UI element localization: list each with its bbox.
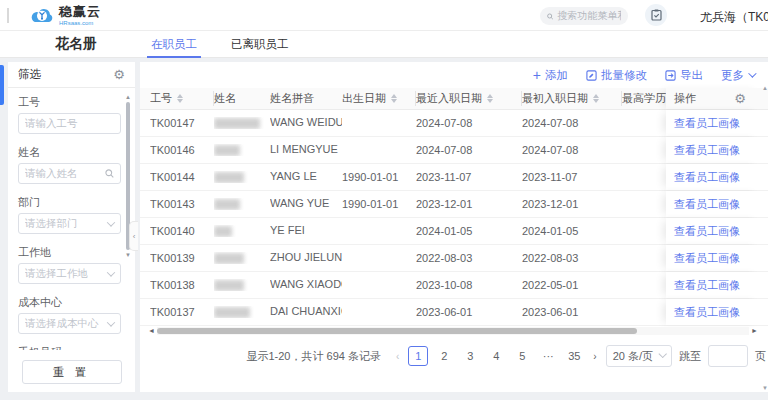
filter-field-placeholder: 请选择成本中心 xyxy=(25,317,108,331)
redacted-name xyxy=(214,226,232,237)
pagination-summary: 显示1-20，共计 694 条记录 xyxy=(246,349,380,364)
cell-actions: 查看员工画像 xyxy=(666,110,762,136)
filter-field-input[interactable]: 请选择部门 xyxy=(18,213,121,234)
view-employee-profile-link[interactable]: 查看员工画像 xyxy=(674,305,740,320)
cloud-logo-icon xyxy=(29,6,55,25)
view-employee-profile-link[interactable]: 查看员工画像 xyxy=(674,197,740,212)
global-search-input[interactable]: 搜索功能菜单和员工 xyxy=(540,7,628,25)
page-number[interactable]: 35 xyxy=(564,346,584,366)
cell-employee-id: TK00144 xyxy=(150,171,214,183)
cell-pinyin: YE FEI xyxy=(270,224,342,238)
scroll-up-arrow-icon[interactable]: ▲ xyxy=(125,94,130,100)
filter-field-placeholder: 请选择部门 xyxy=(25,217,108,231)
cell-recent-hire-date: 2024-01-05 xyxy=(416,225,522,237)
chevron-down-icon xyxy=(107,268,115,276)
cell-name xyxy=(214,252,270,265)
table-row: TK00144 YANG LE 1990-01-01 2023-11-07 20… xyxy=(140,164,768,191)
table-body: TK00147 WANG WEIDUO 2024-07-08 2024-07-0… xyxy=(140,110,768,326)
clipboard-icon xyxy=(651,9,662,21)
next-page-arrow[interactable]: › xyxy=(591,351,598,362)
redacted-name xyxy=(214,199,240,210)
edit-box-icon xyxy=(586,70,597,81)
more-button[interactable]: 更多 xyxy=(721,68,754,83)
sort-icon[interactable] xyxy=(391,94,397,103)
view-employee-profile-link[interactable]: 查看员工画像 xyxy=(674,251,740,266)
add-button[interactable]: + 添加 xyxy=(533,68,568,83)
cell-actions: 查看员工画像 xyxy=(666,272,762,298)
filter-field-input[interactable]: 请输入工号 xyxy=(18,113,121,134)
cell-first-hire-date: 2024-01-05 xyxy=(522,225,622,237)
filter-field-label: 成本中心 xyxy=(18,295,121,310)
filter-field-label: 手机号码 xyxy=(18,345,121,350)
brand-logo[interactable]: 稳赢云 HRsaas.com xyxy=(29,5,101,26)
cell-first-hire-date: 2022-05-01 xyxy=(522,279,622,291)
page-numbers: 12345···35 xyxy=(408,346,584,366)
cell-name xyxy=(214,198,270,211)
cell-employee-id: TK00137 xyxy=(150,306,214,318)
cell-pinyin: ZHOU JIELUN xyxy=(270,251,342,265)
redacted-name xyxy=(214,145,240,156)
page-number[interactable]: 3 xyxy=(460,346,480,366)
page-number[interactable]: ··· xyxy=(538,346,558,366)
column-settings-gear-icon[interactable]: ⚙ xyxy=(734,92,746,105)
scroll-down-arrow-icon[interactable]: ▼ xyxy=(762,385,768,391)
column-header-id: 工号 xyxy=(150,91,214,106)
filter-field-placeholder: 请选择工作地 xyxy=(25,267,108,281)
filter-sidebar: 筛选 ⚙ 工号 请输入工号 姓名 请输入姓名 部门 请选择部门 xyxy=(8,62,135,392)
scroll-down-arrow-icon[interactable]: ▼ xyxy=(125,252,130,258)
redacted-name xyxy=(214,118,260,129)
view-employee-profile-link[interactable]: 查看员工画像 xyxy=(674,224,740,239)
cell-pinyin: LI MENGYUE xyxy=(270,143,342,157)
tab-departed-employees[interactable]: 已离职员工 xyxy=(227,31,293,58)
page-title: 花名册 xyxy=(55,35,97,53)
view-employee-profile-link[interactable]: 查看员工画像 xyxy=(674,170,740,185)
page-number[interactable]: 5 xyxy=(512,346,532,366)
h-scroll-track[interactable] xyxy=(157,327,749,335)
table-horizontal-scrollbar[interactable]: ◄ ► xyxy=(148,327,758,335)
export-button[interactable]: 导出 xyxy=(665,68,703,83)
cell-name xyxy=(214,117,270,130)
sort-icon[interactable] xyxy=(593,94,599,103)
table-row: TK00137 DAI CHUANXIONG 2023-06-01 2023-0… xyxy=(140,299,768,326)
cell-pinyin: YANG LE xyxy=(270,170,342,184)
page-number[interactable]: 2 xyxy=(434,346,454,366)
cell-actions: 查看员工画像 xyxy=(666,191,762,217)
side-nav-indicator xyxy=(0,65,4,105)
filter-settings-gear-icon[interactable]: ⚙ xyxy=(113,68,125,81)
filter-field-input[interactable]: 请选择工作地 xyxy=(18,263,121,284)
filter-field-label: 姓名 xyxy=(18,145,121,160)
page-size-select[interactable]: 20 条/页 xyxy=(606,345,672,367)
cell-actions: 查看员工画像 xyxy=(666,299,762,325)
view-employee-profile-link[interactable]: 查看员工画像 xyxy=(674,116,740,131)
prev-page-arrow[interactable]: ‹ xyxy=(394,351,401,362)
reset-filters-button[interactable]: 重 置 xyxy=(22,360,122,384)
sidebar-collapse-handle[interactable]: ‹ xyxy=(129,221,138,251)
filter-field: 手机号码 请输入手机号码 xyxy=(18,345,121,350)
batch-edit-button[interactable]: 批量修改 xyxy=(586,68,647,83)
table-vertical-scrollbar[interactable]: ▲ ▼ xyxy=(762,84,768,392)
sort-icon[interactable] xyxy=(177,94,183,103)
chevron-down-icon xyxy=(748,69,756,77)
cell-recent-hire-date: 2023-10-08 xyxy=(416,279,522,291)
jump-page-input[interactable] xyxy=(708,345,748,367)
table-header-row: 工号 姓名 姓名拼音 出生日期 最近入职日期 最初入职日期 最高学历等级 操作 … xyxy=(140,88,768,110)
view-employee-profile-link[interactable]: 查看员工画像 xyxy=(674,278,740,293)
tab-active-employees[interactable]: 在职员工 xyxy=(147,31,201,58)
sort-icon[interactable] xyxy=(487,94,493,103)
view-employee-profile-link[interactable]: 查看员工画像 xyxy=(674,143,740,158)
search-icon xyxy=(105,169,114,178)
cell-recent-hire-date: 2023-12-01 xyxy=(416,198,522,210)
scroll-up-arrow-icon[interactable]: ▲ xyxy=(762,85,768,91)
scroll-left-arrow-icon[interactable]: ◄ xyxy=(148,327,155,335)
table-row: TK00146 LI MENGYUE 2024-07-08 2024-07-08… xyxy=(140,137,768,164)
scroll-right-arrow-icon[interactable]: ► xyxy=(751,327,758,335)
filter-field-input[interactable]: 请输入姓名 xyxy=(18,163,121,184)
user-menu[interactable]: 尤兵海（TK0104 xyxy=(700,9,768,26)
page-number[interactable]: 4 xyxy=(486,346,506,366)
tasks-button[interactable] xyxy=(645,4,667,26)
filter-field-input[interactable]: 请选择成本中心 xyxy=(18,313,121,334)
chevron-down-icon xyxy=(107,218,115,226)
h-scroll-thumb[interactable] xyxy=(157,328,637,334)
table-row: TK00138 WANG XIAODONG 2023-10-08 2022-05… xyxy=(140,272,768,299)
page-number-active[interactable]: 1 xyxy=(408,346,428,366)
